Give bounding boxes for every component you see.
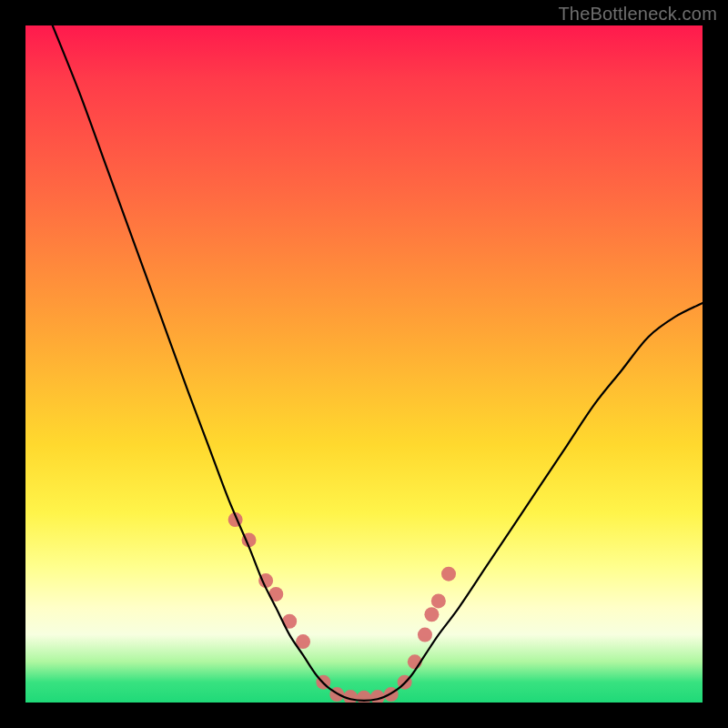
- marker-point: [441, 567, 456, 581]
- chart-svg: [25, 25, 703, 703]
- chart-frame: TheBottleneck.com: [0, 0, 728, 728]
- watermark-text: TheBottleneck.com: [558, 4, 717, 25]
- marker-point: [418, 628, 432, 642]
- marker-point: [424, 607, 439, 622]
- marker-point: [431, 593, 446, 608]
- marker-layer: [228, 512, 456, 703]
- plot-area: [25, 25, 703, 703]
- bottleneck-curve: [53, 25, 703, 701]
